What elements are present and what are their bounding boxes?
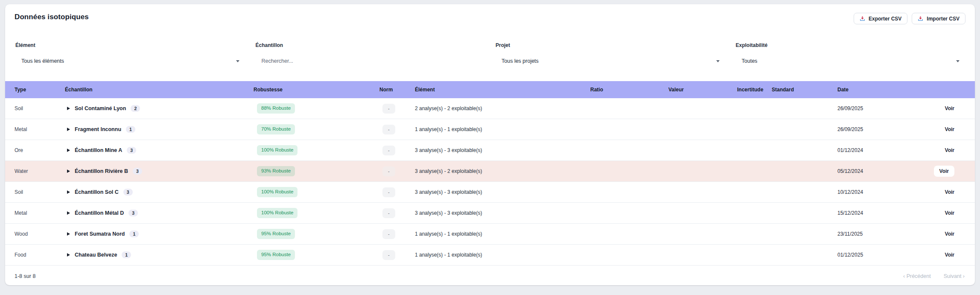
sample-name[interactable]: Sol Contaminé Lyon: [75, 105, 126, 111]
cell-norm: -: [379, 166, 415, 176]
element-select-value: Tous les éléments: [21, 58, 64, 64]
expand-row-icon[interactable]: [67, 232, 70, 236]
cell-sample: Sol Contaminé Lyon 2: [65, 105, 254, 112]
cell-norm: -: [379, 250, 415, 260]
cell-element: 2 analyse(s) - 2 exploitable(s): [415, 105, 590, 111]
col-header-robustesse: Robustesse: [254, 87, 283, 93]
import-csv-button[interactable]: Importer CSV: [912, 13, 965, 24]
view-button[interactable]: Voir: [945, 187, 954, 198]
previous-page-button[interactable]: ‹ Précédent: [903, 273, 931, 279]
chevron-down-icon: [956, 60, 960, 62]
analysis-count-badge: 3: [127, 147, 136, 154]
cell-date: 05/12/2024: [837, 168, 927, 174]
table-footer: 1-8 sur 8 ‹ Précédent Suivant ›: [5, 266, 975, 285]
cell-date: 15/12/2024: [837, 210, 927, 216]
exploitability-select[interactable]: Toutes: [736, 57, 965, 65]
expand-row-icon[interactable]: [67, 149, 70, 152]
table-row: Metal Fragment Inconnu 1 70% Robuste - 1…: [5, 119, 975, 140]
cell-sample: Fragment Inconnu 1: [65, 126, 254, 133]
filter-project-label: Projet: [496, 42, 725, 48]
sample-name[interactable]: Fragment Inconnu: [75, 126, 121, 132]
analysis-count-badge: 2: [131, 105, 140, 112]
col-header-valeur: Valeur: [668, 87, 684, 93]
cell-robustesse: 93% Robuste: [254, 166, 379, 176]
exploitability-select-value: Toutes: [742, 58, 758, 64]
col-header-incertitude: Incertitude: [737, 87, 763, 93]
view-button[interactable]: Voir: [945, 228, 954, 240]
cell-date: 01/12/2025: [837, 252, 927, 258]
filter-project: Projet Tous les projets: [496, 42, 725, 65]
expand-row-icon[interactable]: [67, 128, 70, 131]
table-row: Metal Échantillon Métal D 3 100% Robuste…: [5, 203, 975, 224]
robustesse-badge: 100% Robuste: [257, 208, 298, 218]
cell-type: Ore: [5, 147, 65, 153]
expand-row-icon[interactable]: [67, 211, 70, 215]
filter-element-label: Élément: [15, 42, 245, 48]
cell-norm: -: [379, 125, 415, 134]
view-button[interactable]: Voir: [945, 207, 954, 219]
pagination-range: 1-8 sur 8: [15, 273, 35, 279]
header-actions: Exporter CSV Importer CSV: [854, 13, 965, 24]
filters-bar: Élément Tous les éléments Échantillon Pr…: [5, 42, 975, 65]
project-select-value: Tous les projets: [502, 58, 539, 64]
cell-action: Voir: [927, 124, 975, 135]
cell-type: Metal: [5, 126, 65, 132]
col-header-ratio: Ratio: [590, 87, 603, 93]
sample-name[interactable]: Foret Sumatra Nord: [75, 231, 125, 237]
cell-sample: Chateau Belveze 1: [65, 251, 254, 259]
cell-element: 3 analyse(s) - 3 exploitable(s): [415, 210, 590, 216]
norm-badge: -: [382, 146, 395, 155]
sample-name[interactable]: Échantillon Mine A: [75, 147, 122, 153]
cell-type: Soil: [5, 105, 65, 111]
expand-row-icon[interactable]: [67, 190, 70, 194]
view-button[interactable]: Voir: [945, 145, 954, 156]
col-header-type: Type: [5, 87, 65, 93]
sample-name[interactable]: Échantillon Sol C: [75, 189, 119, 195]
expand-row-icon[interactable]: [67, 253, 70, 257]
isotopic-table: Type Échantillon Robustesse Norm Élément…: [5, 81, 975, 266]
cell-robustesse: 70% Robuste: [254, 124, 379, 134]
expand-row-icon[interactable]: [67, 107, 70, 110]
analysis-count-badge: 3: [133, 168, 142, 175]
filter-element: Élément Tous les éléments: [15, 42, 245, 65]
filter-sample: Échantillon: [256, 42, 485, 65]
table-row: Wood Foret Sumatra Nord 1 95% Robuste - …: [5, 224, 975, 245]
view-button[interactable]: Voir: [945, 124, 954, 135]
robustesse-badge: 70% Robuste: [257, 124, 295, 134]
cell-date: 23/11/2025: [837, 231, 927, 237]
view-button[interactable]: Voir: [945, 249, 954, 260]
cell-action: Voir: [927, 207, 975, 219]
export-csv-label: Exporter CSV: [869, 16, 901, 22]
cell-action: Voir: [927, 103, 975, 114]
norm-badge: -: [382, 250, 395, 260]
sample-name[interactable]: Échantillon Métal D: [75, 210, 124, 216]
cell-type: Metal: [5, 210, 65, 216]
next-page-button[interactable]: Suivant ›: [944, 273, 965, 279]
norm-badge: -: [382, 104, 395, 114]
filter-exploitability-label: Exploitabilité: [736, 42, 965, 48]
cell-action: Voir: [927, 228, 975, 240]
cell-element: 3 analyse(s) - 2 exploitable(s): [415, 168, 590, 174]
sample-name[interactable]: Chateau Belveze: [75, 252, 117, 258]
sample-search-input[interactable]: [256, 57, 485, 65]
sample-name[interactable]: Échantillon Rivière B: [75, 168, 128, 174]
expand-row-icon[interactable]: [67, 169, 70, 173]
cell-sample: Échantillon Sol C 3: [65, 189, 254, 196]
view-button[interactable]: Voir: [934, 166, 954, 177]
cell-element: 1 analyse(s) - 1 exploitable(s): [415, 252, 590, 258]
norm-badge: -: [382, 187, 395, 197]
robustesse-badge: 100% Robuste: [257, 187, 298, 197]
project-select[interactable]: Tous les projets: [496, 57, 725, 65]
download-tray-icon: [918, 16, 923, 21]
robustesse-badge: 100% Robuste: [257, 145, 298, 155]
export-csv-button[interactable]: Exporter CSV: [854, 13, 907, 24]
norm-badge: -: [382, 208, 395, 218]
element-select[interactable]: Tous les éléments: [15, 57, 245, 65]
view-button[interactable]: Voir: [945, 103, 954, 114]
robustesse-badge: 93% Robuste: [257, 166, 295, 176]
col-header-sample: Échantillon: [65, 87, 254, 93]
page-title: Données isotopiques: [15, 13, 89, 21]
robustesse-badge: 95% Robuste: [257, 250, 295, 260]
cell-action: Voir: [927, 187, 975, 198]
norm-badge: -: [382, 229, 395, 239]
